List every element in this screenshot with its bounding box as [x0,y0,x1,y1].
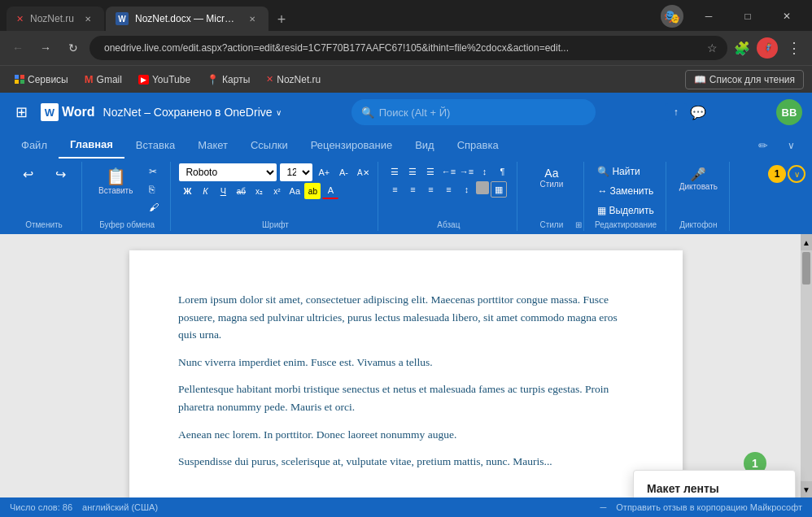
increase-indent-button[interactable]: →≡ [458,163,474,180]
word-user-avatar[interactable]: ВВ [776,99,802,125]
voice-content: 🎤 Диктовать [674,163,723,219]
profile-avatar[interactable]: 🦸 [757,37,778,59]
doc-para-1: Lorem ipsum dolor sit amet, consectetuer… [178,291,634,344]
bookmark-star-icon[interactable]: ☆ [707,41,718,54]
minimize-button[interactable]: ─ [690,6,727,27]
add-tab-button[interactable]: + [270,8,293,31]
share-button[interactable]: ↑ [666,103,687,121]
font-color-button[interactable]: A [322,183,338,199]
tab-layout[interactable]: Макет [186,133,239,158]
back-button[interactable]: ← [7,37,29,59]
sort-button[interactable]: ↕ [476,163,492,180]
ribbon-collapse-button[interactable]: ∨ [788,165,805,183]
tab-review[interactable]: Рецензирование [299,133,404,158]
tab-noznet[interactable]: ✕ NozNet.ru ✕ [7,7,104,31]
clipboard-group-label: Буфер обмена [99,219,155,229]
superscript-button[interactable]: x² [268,183,285,199]
word-grid-icon[interactable]: ⊞ [10,101,33,124]
feedback-label[interactable]: Отправить отзыв в корпорацию Майкрософт [616,502,802,512]
scroll-down-button[interactable]: ▼ [801,481,812,497]
align-center-button[interactable]: ≡ [404,181,421,198]
scroll-up-button[interactable]: ▲ [801,234,812,250]
font-grow-button[interactable]: A+ [316,164,332,180]
format-painter-button[interactable]: 🖌 [144,199,164,215]
font-size-select[interactable]: 12 [280,163,312,181]
tab-help[interactable]: Справка [446,133,510,158]
copy-button[interactable]: ⎘ [144,181,164,198]
bookmark-youtube[interactable]: ▶ YouTube [132,71,197,89]
tab-word[interactable]: W NozNet.docx — Microsoft Word ✕ [106,7,268,31]
decrease-indent-button[interactable]: ←≡ [440,163,456,180]
styles-expand-icon[interactable]: ⊞ [575,220,582,229]
borders-button[interactable]: ▦ [491,181,507,198]
browser-menu-button[interactable]: ⋮ [783,37,805,59]
find-button[interactable]: 🔍 Найти [592,163,644,180]
font-family-select[interactable]: Roboto [179,163,277,181]
comment-button[interactable]: 💬 [690,105,706,120]
clear-format-button[interactable]: A✕ [355,164,371,180]
bookmark-gmail[interactable]: M Gmail [78,70,129,89]
bookmark-services[interactable]: Сервисы [8,71,75,89]
reading-list-button[interactable]: 📖 Список для чтения [685,70,804,89]
paste-button[interactable]: 📋 Вставить [90,163,141,198]
paragraph-mark-button[interactable]: ¶ [494,163,510,180]
highlight-button[interactable]: ab [304,183,321,199]
justify-button[interactable]: ≡ [440,181,456,198]
bookmark-noznet[interactable]: ✕ NozNet.ru [260,71,327,89]
tab-view[interactable]: Вид [404,133,446,158]
styles-group-label: Стили [539,219,563,229]
select-button[interactable]: ▦ Выделить [592,202,658,219]
undo-button[interactable]: ↩ [13,163,42,185]
tab-insert[interactable]: Вставка [124,133,186,158]
bold-button[interactable]: Ж [179,183,195,199]
align-right-button[interactable]: ≡ [422,181,439,198]
bookmark-services-label: Сервисы [28,74,68,85]
subscript-button[interactable]: x₂ [251,183,267,199]
font-row2: Ж К Ч аб x₂ x² Аа ab A [179,183,338,199]
list-bullet-button[interactable]: ☰ [386,163,403,180]
line-spacing-button[interactable]: ↕ [458,181,474,198]
tab-file[interactable]: Файл [10,133,59,158]
browser-profile-icon[interactable]: 🎭 [661,5,683,28]
ribbon-expand-icon[interactable]: ∨ [779,134,802,157]
shading-button[interactable] [476,181,489,194]
url-bar[interactable]: onedrive.live.com/edit.aspx?action=edit&… [89,36,727,60]
cut-button[interactable]: ✂ [144,163,164,180]
status-minimize-icon[interactable]: ─ [600,502,607,512]
bookmark-maps[interactable]: 📍 Карты [200,71,256,89]
italic-button[interactable]: К [197,183,213,199]
list-number-button[interactable]: ☰ [404,163,421,180]
forward-button[interactable]: → [34,37,57,59]
tab-close-noznet[interactable]: ✕ [81,12,94,25]
refresh-button[interactable]: ↻ [62,37,85,59]
tab-references[interactable]: Ссылки [239,133,299,158]
strikethrough-button[interactable]: аб [233,183,249,199]
pencil-icon[interactable]: ✏ [752,134,775,157]
font-shrink-button[interactable]: A- [335,164,351,180]
replace-button[interactable]: ↔ Заменить [592,183,658,199]
word-title-chevron[interactable]: ∨ [276,108,282,117]
dictate-button[interactable]: 🎤 Диктовать [674,163,723,194]
doc-scrollbar[interactable]: ▲ ▼ [801,234,812,497]
editing-content: 🔍 Найти ↔ Заменить ▦ Выделить [592,163,658,219]
clipboard-small-btns: ✂ ⎘ 🖌 [144,163,164,215]
extensions-icon[interactable]: 🧩 [732,38,752,58]
word-app-bar: ⊞ W Word NozNet – Сохранено в OneDrive ∨… [0,93,812,132]
styles-button[interactable]: Аа Стили [535,163,568,192]
list-multi-button[interactable]: ☰ [422,163,439,180]
redo-button[interactable]: ↪ [46,163,75,185]
word-search-bar[interactable]: 🔍 Поиск (Alt + Й) [351,99,596,125]
close-button[interactable]: ✕ [768,6,805,27]
align-left-button[interactable]: ≡ [386,181,403,198]
ribbon-collapse-badge[interactable]: 1 [768,165,786,183]
tab-close-word[interactable]: ✕ [246,12,259,25]
format-painter-icon: 🖌 [149,202,159,213]
word-count-label: Число слов: 86 [10,502,72,512]
scroll-thumb[interactable] [802,252,810,285]
underline-button[interactable]: Ч [215,183,231,199]
maximize-button[interactable]: □ [729,6,766,27]
case-button[interactable]: Аа [286,183,303,199]
bookmark-noznet-label: NozNet.ru [277,74,321,85]
tab-home[interactable]: Главная [59,132,124,159]
redo-icon: ↪ [55,167,66,182]
